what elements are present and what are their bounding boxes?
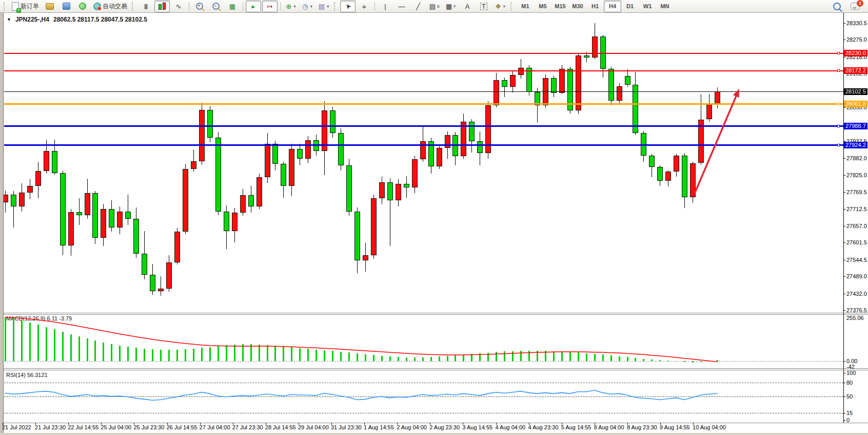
horizontal-line-button[interactable]: — <box>394 1 409 12</box>
pane-separator[interactable] <box>0 314 868 315</box>
profiles-button[interactable] <box>42 1 57 12</box>
new-order-button[interactable]: 新订单 <box>10 1 41 12</box>
text-button[interactable]: A <box>460 1 475 12</box>
timeframe-group: M1M5M15M30H1H4D1W1MN <box>517 1 674 12</box>
macd-histogram-bar <box>422 357 424 361</box>
toolbox-button[interactable] <box>58 1 74 12</box>
chart-window[interactable]: ▼ JPN225-,H4 28062.5 28117.5 28047.5 281… <box>0 13 868 433</box>
time-axis-label: 2 Aug 23:30 <box>429 424 460 430</box>
timeframe-w1[interactable]: W1 <box>639 1 656 12</box>
time-axis-label: 25 Jul 04:00 <box>101 424 131 430</box>
candle <box>199 110 205 161</box>
timeframe-d1[interactable]: D1 <box>621 1 639 12</box>
candle-wick <box>128 195 128 225</box>
price-badge: 27924.2 <box>844 142 867 148</box>
tile-windows-button[interactable]: ▦ <box>225 1 240 12</box>
chevron-down-icon: ▾ <box>503 4 505 9</box>
macd-histogram-bar <box>29 323 31 361</box>
autotrade-button[interactable]: 自动交易 <box>91 1 129 12</box>
chart-shift-button[interactable]: ↦ <box>262 1 278 12</box>
toolbar-grip[interactable] <box>510 2 514 11</box>
toolbar-grip[interactable] <box>334 2 338 11</box>
crosshair-button[interactable]: + <box>357 1 372 12</box>
toolbar-grip[interactable] <box>4 2 7 11</box>
channel-sub-label: E <box>437 4 440 9</box>
macd-histogram-bar <box>414 357 416 361</box>
timeframe-m5[interactable]: M5 <box>534 1 551 12</box>
macd-label: MACD(12,26,9) 6.11 -3.79 <box>6 315 72 321</box>
candle <box>232 213 238 231</box>
macd-histogram-bar <box>144 349 145 361</box>
horizontal-level-line[interactable] <box>4 103 843 105</box>
timeframe-h4[interactable]: H4 <box>604 1 621 12</box>
trendline-button[interactable]: ╱ <box>410 1 426 12</box>
timeframe-h1[interactable]: H1 <box>586 1 604 12</box>
macd-histogram-bar <box>46 327 47 361</box>
timeframe-mn[interactable]: MN <box>656 1 674 12</box>
timeframe-m15[interactable]: M15 <box>551 1 569 12</box>
time-axis-tick <box>266 423 266 425</box>
templates-button[interactable]: ▤▾ <box>316 1 331 12</box>
time-axis-label: 4 Aug 23:30 <box>528 424 559 430</box>
candle <box>682 156 687 197</box>
collapse-triangle-icon[interactable]: ▼ <box>7 17 11 22</box>
horizontal-level-line[interactable] <box>4 125 843 127</box>
channel-button[interactable]: ▤E <box>427 1 442 12</box>
pane-separator[interactable] <box>0 313 868 313</box>
candle <box>437 148 442 166</box>
candle <box>150 275 155 291</box>
rsi-level-label: 100 <box>846 370 856 376</box>
time-axis-tick <box>430 423 430 425</box>
time-axis-tick <box>364 423 365 425</box>
chart-line-button[interactable]: ∿ <box>171 1 186 12</box>
toolbar-separator <box>189 2 189 11</box>
pane-separator[interactable] <box>0 370 868 370</box>
timeframe-m30[interactable]: M30 <box>569 1 586 12</box>
line-end-marker[interactable] <box>837 103 840 105</box>
zoom-out-button[interactable]: − <box>208 1 224 12</box>
vertical-line-button[interactable]: | <box>378 1 393 12</box>
line-end-marker[interactable] <box>837 69 840 72</box>
horizontal-level-line[interactable] <box>4 53 843 54</box>
pane-separator <box>0 423 868 423</box>
toolbar-grip[interactable] <box>132 2 135 11</box>
horizontal-level-line[interactable] <box>4 70 843 71</box>
macd-histogram-bar <box>315 350 317 361</box>
horizontal-level-line[interactable] <box>4 91 843 92</box>
search-button[interactable] <box>829 1 844 12</box>
cursor-button[interactable]: ➤ <box>340 1 356 12</box>
signals-button[interactable] <box>75 1 90 12</box>
auto-scroll-button[interactable]: ▸ <box>246 1 261 12</box>
chart-candles-button[interactable] <box>154 1 170 12</box>
notifications-button[interactable]: 1 <box>847 1 863 12</box>
timeframe-m1[interactable]: M1 <box>517 1 534 12</box>
macd-histogram-bar <box>348 352 350 361</box>
line-end-marker[interactable] <box>837 144 840 146</box>
macd-histogram-bar <box>37 325 39 361</box>
candle <box>551 78 557 93</box>
line-end-marker[interactable] <box>837 125 840 127</box>
time-axis-tick <box>101 423 102 425</box>
macd-histogram-bar <box>487 353 489 361</box>
periods-button[interactable]: ◷▾ <box>300 1 315 12</box>
macd-histogram-bar <box>324 350 325 361</box>
fibonacci-button[interactable]: ▦F <box>443 1 459 12</box>
text-label-button[interactable]: T <box>476 1 491 12</box>
macd-zero-line <box>4 361 843 362</box>
macd-histogram-bar <box>553 351 555 361</box>
pane-separator[interactable] <box>0 368 868 369</box>
macd-tick <box>843 361 845 362</box>
time-axis-tick <box>463 423 463 425</box>
horizontal-level-line[interactable] <box>4 144 843 146</box>
chart-bars-button[interactable]: ||| <box>138 1 153 12</box>
time-axis-label: 8 Aug 04:00 <box>594 424 624 430</box>
price-tick <box>843 226 845 226</box>
arrows-button[interactable]: ❖▾ <box>492 1 508 12</box>
macd-histogram-bar <box>5 317 6 361</box>
price-tick <box>843 294 845 294</box>
indicators-button[interactable]: ⊕▾ <box>283 1 299 12</box>
zoom-in-button[interactable]: + <box>192 1 207 12</box>
macd-histogram-bar <box>226 345 227 361</box>
line-end-marker[interactable] <box>837 52 840 54</box>
candle <box>706 104 712 119</box>
